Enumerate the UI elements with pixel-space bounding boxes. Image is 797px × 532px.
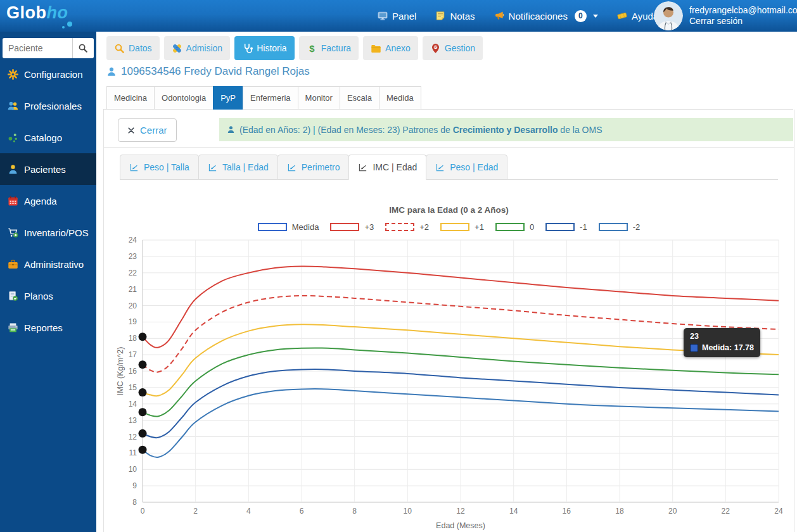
section-tab-medida[interactable]: Medida [379, 86, 421, 110]
sidebar-item-administrativo[interactable]: Administrativo [0, 248, 96, 280]
svg-text:11: 11 [129, 448, 137, 457]
app-logo[interactable]: Globho [6, 3, 68, 23]
svg-text:0: 0 [141, 507, 145, 516]
svg-text:13: 13 [129, 416, 137, 425]
patient-title: 1096534546 Fredy David Rangel Rojas [121, 65, 310, 78]
legend-label: +3 [364, 222, 374, 232]
legend-item-3: +3 [330, 222, 374, 232]
sidebar-item-reportes[interactable]: Reportes [0, 312, 96, 343]
close-button[interactable]: Cerrar [118, 118, 177, 142]
svg-text:6: 6 [300, 507, 304, 516]
imc-chart-svg[interactable]: 8910111213141516171819202122232402468101… [104, 234, 794, 532]
chart-tooltip: 23 Medida: 17.78 [684, 328, 760, 357]
chart-tab-peso-edad[interactable]: Peso | Edad [426, 155, 507, 180]
sidebar-item-planos[interactable]: Planos [0, 280, 96, 312]
svg-text:10: 10 [404, 507, 412, 516]
svg-text:14: 14 [509, 507, 518, 516]
sidebar: ConfiguracionProfesionalesCatalogoPacien… [0, 32, 96, 532]
navbar-item-label: Notificaciones [509, 11, 568, 22]
main-tabs: DatosAdmisionHistoria$FacturaAnexoINTGes… [106, 36, 483, 60]
legend-label: -2 [633, 222, 641, 232]
chart-line-icon [287, 163, 296, 172]
section-tab-enfermeria[interactable]: Enfermeria [243, 86, 298, 110]
chart-line-icon [358, 163, 367, 172]
chart-title: IMC para la Edad (0 a 2 Años) [104, 205, 794, 215]
chart-tab-talla-edad[interactable]: Talla | Edad [198, 155, 278, 180]
chart-line-icon [435, 163, 445, 172]
tab-anexo[interactable]: Anexo [363, 36, 418, 60]
sidebar-item-configuracion[interactable]: Configuracion [0, 58, 96, 90]
tab-label: Factura [321, 43, 351, 53]
professionals-icon [8, 101, 18, 111]
person-icon [106, 66, 117, 77]
sidebar-item-catalogo[interactable]: Catalogo [0, 122, 96, 153]
chart-tab-imc-edad[interactable]: IMC | Edad [348, 155, 426, 180]
tooltip-series-swatch [690, 344, 698, 352]
sidebar-item-label: Pacientes [24, 164, 66, 175]
section-tab-medicina[interactable]: Medicina [106, 86, 155, 110]
legend-item-2: -2 [599, 222, 641, 232]
navbar-item-notificaciones[interactable]: Notificaciones0 [494, 10, 598, 22]
series-start-dot [139, 360, 147, 369]
svg-text:19: 19 [129, 317, 137, 326]
navbar-item-notas[interactable]: Notas [435, 11, 475, 22]
tab-admision[interactable]: Admision [164, 36, 231, 60]
briefcase-icon [8, 259, 18, 270]
svg-text:15: 15 [129, 383, 137, 392]
sidebar-item-pacientes[interactable]: Pacientes [0, 153, 96, 185]
section-tab-escala[interactable]: Escala [340, 86, 379, 110]
navbar-item-panel[interactable]: Panel [378, 11, 416, 22]
legend-swatch [258, 223, 287, 231]
patient-search-input[interactable] [3, 38, 72, 58]
tab-historia[interactable]: Historia [234, 36, 294, 60]
logout-link[interactable]: Cerrar sesión [689, 16, 797, 27]
section-tab-odontologia[interactable]: Odontologia [154, 86, 214, 110]
section-tab-pyp[interactable]: PyP [213, 86, 243, 110]
series-start-dot [139, 332, 147, 341]
legend-swatch [385, 223, 414, 231]
section-tab-monitor[interactable]: Monitor [298, 86, 340, 110]
sidebar-menu: ConfiguracionProfesionalesCatalogoPacien… [0, 58, 96, 343]
user-block: fredyrangelcba@hotmail.com Cerrar sesión [689, 5, 797, 27]
svg-text:18: 18 [615, 507, 624, 516]
chart-tab-label: Perimetro [302, 162, 340, 172]
svg-text:16: 16 [129, 367, 137, 376]
tab-datos[interactable]: Datos [106, 36, 160, 60]
tab-gestion[interactable]: INTGestion [423, 36, 483, 60]
svg-text:20: 20 [668, 507, 677, 516]
user-avatar[interactable] [654, 1, 683, 30]
stethoscope-icon [242, 43, 253, 54]
tab-factura[interactable]: $Factura [299, 36, 359, 60]
legend-swatch [440, 223, 469, 231]
patient-title-row: 1096534546 Fredy David Rangel Rojas [106, 65, 310, 78]
tab-label: Anexo [385, 43, 411, 53]
svg-text:16: 16 [563, 507, 571, 516]
note-icon [435, 11, 445, 21]
svg-text:4: 4 [246, 507, 251, 516]
legend-label: 0 [530, 222, 534, 232]
chart-tab-peso-talla[interactable]: Peso | Talla [120, 155, 199, 180]
x-axis-title: Edad (Meses) [436, 521, 485, 530]
close-button-label: Cerrar [140, 125, 167, 136]
series-start-dot [139, 388, 147, 396]
logo-dot-small [62, 26, 65, 28]
sidebar-item-label: Agenda [24, 196, 57, 206]
chart-tab-perimetro[interactable]: Perimetro [277, 155, 350, 180]
user-email: fredyrangelcba@hotmail.com [689, 5, 797, 16]
patient-search-button[interactable] [72, 38, 94, 58]
app-window: Globho PanelNotasNotificaciones0Ayuda fr… [0, 0, 797, 532]
caret-down-icon [593, 15, 598, 18]
y-axis-title: IMC (Kg/m^2) [116, 347, 125, 396]
folder-icon [371, 43, 381, 54]
legend-item-2: +2 [385, 222, 429, 232]
sidebar-item-agenda[interactable]: Agenda [0, 185, 96, 217]
notification-count-badge: 0 [575, 10, 587, 22]
sidebar-item-inventario-pos[interactable]: Inventario/POS [0, 217, 96, 248]
sidebar-item-profesionales[interactable]: Profesionales [0, 90, 96, 122]
navbar-item-label: Notas [450, 11, 475, 22]
tab-label: Gestion [445, 43, 475, 53]
pin-icon: INT [430, 43, 441, 54]
chart-line-icon [129, 163, 139, 172]
svg-text:$: $ [309, 43, 315, 53]
age-info-bar: (Edad en Años: 2) | (Edad en Meses: 23) … [219, 118, 793, 141]
